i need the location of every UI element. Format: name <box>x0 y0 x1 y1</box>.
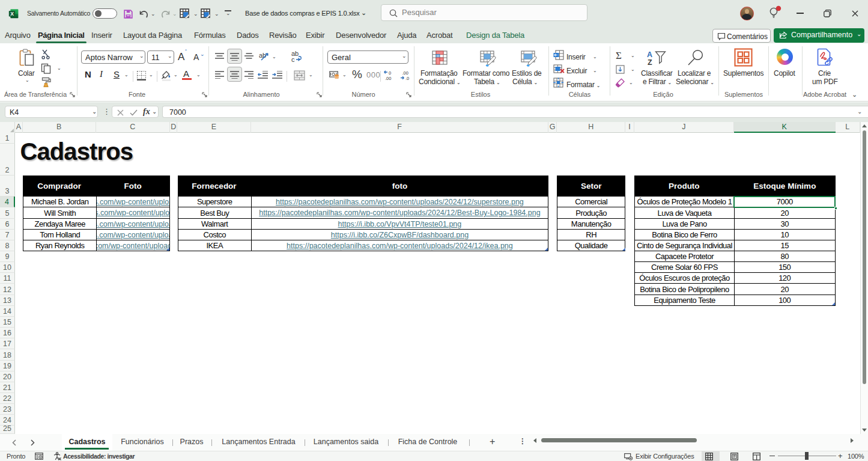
svg-text:X: X <box>10 11 14 17</box>
svg-text:.00: .00 <box>385 76 391 81</box>
svg-text:.0: .0 <box>405 76 409 81</box>
svg-text:c: c <box>291 56 295 63</box>
svg-text:ab: ab <box>259 52 266 59</box>
svg-text:A: A <box>647 50 652 59</box>
svg-text:Z: Z <box>648 58 652 66</box>
